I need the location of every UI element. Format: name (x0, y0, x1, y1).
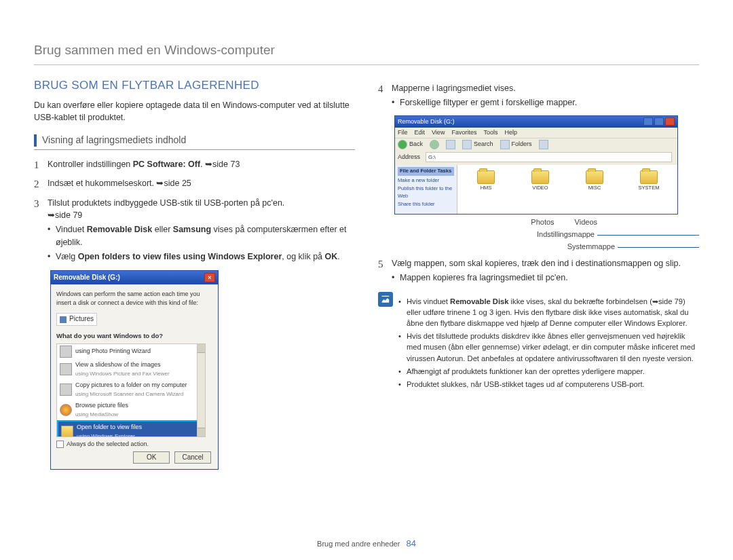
tasks-sidebar: File and Folder Tasks Make a new folder … (395, 165, 457, 214)
explorer-window: Removable Disk (G:) File Edit View Favor… (394, 115, 678, 215)
note: Hvis vinduet Removable Disk ikke vises, … (398, 296, 699, 329)
text: Kontroller indstillingen (48, 160, 133, 169)
action-listbox[interactable]: using Photo Printing Wizard View a slide… (56, 343, 206, 437)
step-body: Tilslut produktets indbyggede USB-stik t… (48, 197, 355, 265)
address-label: Address (398, 153, 420, 162)
menu-favorites[interactable]: Favorites (451, 128, 476, 137)
callout-photos: Photos (531, 217, 554, 228)
folder-open-icon (61, 426, 73, 437)
option-subtext: using Windows Picture and Fax Viewer (75, 371, 170, 377)
cancel-button[interactable]: Cancel (174, 451, 211, 464)
folders-button[interactable]: Folders (500, 140, 532, 149)
folder-callouts: PhotosVideos Indstillingsmappe Systemmap… (394, 217, 699, 253)
explorer-body: File and Folder Tasks Make a new folder … (395, 165, 677, 214)
scrollbar[interactable] (197, 344, 205, 436)
folder-hms[interactable]: HMS (466, 170, 506, 192)
label: Back (409, 140, 423, 149)
folder-label: SYSTEM (628, 185, 669, 192)
list-item[interactable]: using Photo Printing Wizard (57, 344, 205, 359)
sidebar-link[interactable]: Make a new folder (398, 177, 454, 185)
folder-pane[interactable]: HMS VIDEO MISC SYSTEM (457, 165, 677, 214)
step-number: 3 (34, 197, 48, 265)
label: Search (474, 140, 493, 149)
close-icon[interactable]: × (204, 273, 215, 282)
option-text: using Photo Printing Wizard (75, 348, 151, 354)
bullet: Vinduet Removable Disk eller Samsung vis… (48, 223, 355, 248)
option-text: View a slideshow of the images (75, 361, 160, 368)
minimize-icon[interactable] (643, 117, 653, 126)
note-icon (378, 292, 393, 307)
views-icon[interactable] (539, 140, 548, 149)
address-bar[interactable]: G:\ (426, 152, 672, 163)
close-icon[interactable] (665, 117, 675, 126)
text: Mapperne i lagringsmediet vises. (392, 82, 699, 94)
folder-label: MISC (574, 185, 615, 192)
bullet: Forskellige filtyper er gemt i forskelli… (392, 96, 699, 109)
page-title: Brug sammen med en Windows-computer (34, 41, 699, 65)
text: , og klik på (282, 252, 324, 261)
step-body: Mapperne i lagringsmediet vises. Forskel… (392, 82, 699, 111)
text: Hvis vinduet (407, 297, 450, 305)
pictures-icon (60, 316, 67, 323)
step-body: Kontroller indstillingen PC Software: Of… (48, 158, 355, 173)
explorer-titlebar: Removable Disk (G:) (395, 116, 677, 128)
folder-system[interactable]: SYSTEM (628, 170, 669, 192)
note: Produktet slukkes, når USB-stikket tages… (398, 379, 699, 390)
browse-icon (60, 404, 72, 416)
step-number: 2 (34, 177, 48, 192)
menu-tools[interactable]: Tools (483, 128, 497, 137)
step-number: 5 (378, 257, 392, 286)
notes-box: Hvis vinduet Removable Disk ikke vises, … (378, 292, 699, 394)
window-controls[interactable] (643, 117, 675, 126)
option-subtext: using MediaShow (75, 411, 118, 417)
bullet: Mappen kopieres fra lagringsmediet til p… (392, 272, 699, 284)
step-5: 5 Vælg mappen, som skal kopieres, træk d… (378, 257, 699, 286)
list-item[interactable]: Browse picture filesusing MediaShow (57, 400, 205, 420)
folder-misc[interactable]: MISC (574, 170, 615, 192)
step-3-bullets: Vinduet Removable Disk eller Samsung vis… (48, 223, 355, 262)
wizard-icon (60, 346, 72, 358)
toolbar[interactable]: Back Search Folders (395, 138, 677, 151)
intro-text: Du kan overføre eller kopiere optagede d… (34, 99, 355, 124)
maximize-icon[interactable] (654, 117, 664, 126)
chip-label: Pictures (69, 314, 94, 324)
text: Vinduet (56, 225, 87, 234)
sidebar-link[interactable]: Publish this folder to the Web (398, 185, 454, 200)
section-title: BRUG SOM EN FLYTBAR LAGERENHED (34, 77, 355, 94)
list-item[interactable]: Copy pictures to a folder on my computer… (57, 379, 205, 400)
list-item[interactable]: View a slideshow of the imagesusing Wind… (57, 359, 205, 379)
callout-settings: Indstillingsmappe (537, 229, 595, 240)
menu-view[interactable]: View (432, 128, 445, 137)
checkbox[interactable] (56, 441, 64, 448)
search-button[interactable]: Search (462, 140, 493, 149)
dialog-titlebar: Removable Disk (G:) × (51, 271, 218, 285)
copy-icon (60, 384, 72, 396)
text: eller (152, 225, 173, 234)
ok-button[interactable]: OK (133, 451, 170, 464)
autoplay-dialog: Removable Disk (G:) × Windows can perfor… (50, 270, 219, 470)
menu-bar[interactable]: File Edit View Favorites Tools Help (395, 128, 677, 138)
step-4: 4 Mapperne i lagringsmediet vises. Forsk… (378, 82, 699, 111)
sidebar-link[interactable]: Share this folder (398, 201, 454, 208)
back-button[interactable]: Back (398, 140, 423, 149)
menu-file[interactable]: File (398, 128, 408, 137)
forward-icon[interactable] (430, 140, 439, 149)
checkbox-label: Always do the selected action. (67, 440, 149, 449)
option-text: Browse picture files (75, 402, 128, 409)
menu-help[interactable]: Help (504, 128, 517, 137)
page-footer: Brug med andre enheder 84 (0, 538, 733, 550)
dialog-title: Removable Disk (G:) (54, 273, 120, 283)
up-icon[interactable] (446, 140, 455, 149)
window-title: Removable Disk (G:) (398, 117, 455, 126)
list-item-selected[interactable]: Open folder to view filesusing Windows E… (57, 420, 205, 437)
menu-edit[interactable]: Edit (415, 128, 426, 137)
option-subtext: using Microsoft Scanner and Camera Wizar… (75, 391, 183, 397)
content-columns: BRUG SOM EN FLYTBAR LAGERENHED Du kan ov… (34, 77, 699, 470)
step-1: 1 Kontroller indstillingen PC Software: … (34, 158, 355, 173)
dialog-body: Windows can perform the same action each… (51, 284, 218, 469)
text: . (337, 252, 339, 261)
slideshow-icon (60, 363, 72, 375)
subsection-header: Visning af lagringsmediets indhold (34, 133, 355, 149)
folder-video[interactable]: VIDEO (520, 170, 561, 192)
always-do-row[interactable]: Always do the selected action. (56, 440, 214, 449)
